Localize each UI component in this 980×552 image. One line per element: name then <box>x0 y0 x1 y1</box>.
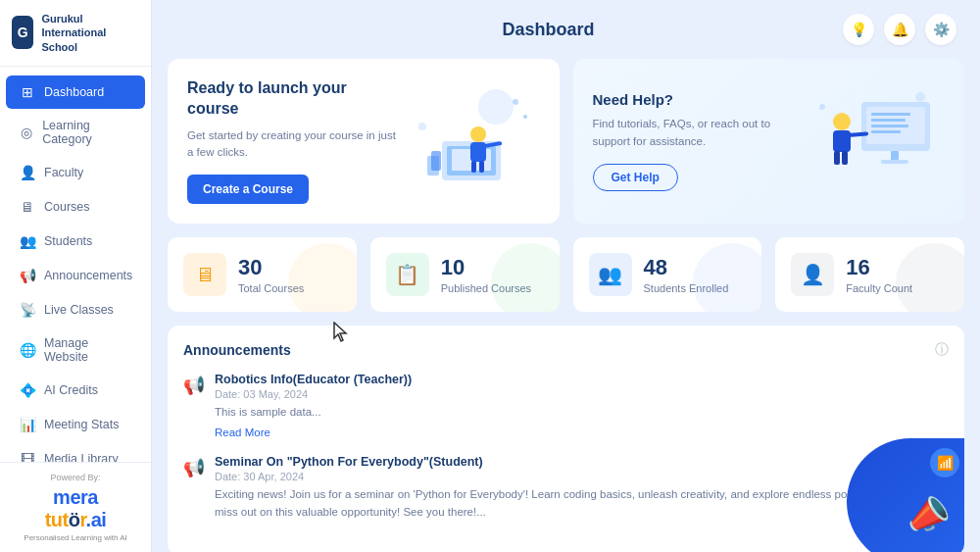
sidebar-label-meeting-stats: Meeting Stats <box>44 418 119 431</box>
create-course-button[interactable]: Create a Course <box>187 175 309 204</box>
announcement-icon-2: 📢 <box>183 457 205 525</box>
svg-rect-25 <box>834 151 840 165</box>
svg-point-12 <box>523 115 527 119</box>
ai-credits-icon: 💠 <box>20 382 35 398</box>
announcement-decoration: 📣 📶 <box>837 438 964 552</box>
svg-rect-21 <box>881 160 908 164</box>
svg-point-13 <box>418 123 426 130</box>
svg-rect-18 <box>871 125 908 127</box>
sidebar-label-learning-category: Learning Category <box>42 119 131 146</box>
students-icon: 👥 <box>20 233 35 249</box>
announcement-text-1: This is sample data... <box>215 404 949 421</box>
sidebar-label-ai-credits: AI Credits <box>44 383 98 397</box>
get-help-button[interactable]: Get Help <box>593 164 678 191</box>
sidebar-logo: G Gurukul International School <box>0 0 151 67</box>
sidebar-item-media-library[interactable]: 🎞 Media Library <box>6 442 145 462</box>
sidebar: G Gurukul International School ⊞ Dashboa… <box>0 0 152 552</box>
bell-icon-button[interactable]: 🔔 <box>884 14 915 45</box>
launch-card-left: Ready to launch your course Get started … <box>187 78 403 204</box>
announcement-icon-1: 📢 <box>183 375 205 439</box>
faculty-count-icon: 👤 <box>791 253 834 296</box>
sidebar-item-meeting-stats[interactable]: 📊 Meeting Stats <box>6 408 145 441</box>
sidebar-label-media-library: Media Library <box>44 452 119 462</box>
total-courses-icon: 🖥 <box>183 253 226 296</box>
svg-rect-16 <box>871 113 910 116</box>
banner-row: Ready to launch your course Get started … <box>168 59 964 224</box>
faculty-icon: 👤 <box>20 165 35 180</box>
meeting-stats-icon: 📊 <box>20 417 35 432</box>
learning-category-icon: ◎ <box>20 125 33 140</box>
sidebar-item-manage-website[interactable]: 🌐 Manage Website <box>6 327 145 373</box>
sidebar-item-dashboard[interactable]: ⊞ Dashboard <box>6 75 145 109</box>
brand-logo: meratutör.ai <box>12 486 139 531</box>
svg-rect-20 <box>891 151 899 161</box>
sidebar-item-ai-credits[interactable]: 💠 AI Credits <box>6 374 145 407</box>
bulb-icon-button[interactable]: 💡 <box>843 14 874 45</box>
sidebar-nav: ⊞ Dashboard ◎ Learning Category 👤 Facult… <box>0 67 151 462</box>
sidebar-footer: Powered By: meratutör.ai Personalised Le… <box>0 462 151 552</box>
stats-row: 🖥 30 Total Courses 📋 10 Published Course… <box>168 237 964 312</box>
help-card: Need Help? Find tutorials, FAQs, or reac… <box>573 59 965 224</box>
stat-total-courses: 🖥 30 Total Courses <box>168 237 357 312</box>
sidebar-item-live-classes[interactable]: 📡 Live Classes <box>6 293 145 326</box>
students-enrolled-icon: 👥 <box>589 253 632 296</box>
svg-rect-10 <box>431 151 441 171</box>
help-heading: Need Help? <box>593 91 808 108</box>
svg-rect-23 <box>833 130 851 152</box>
svg-point-22 <box>833 113 851 130</box>
announcement-item-1: 📢 Robotics Info(Educator (Teacher)) Date… <box>183 373 949 439</box>
sidebar-item-announcements[interactable]: 📢 Announcements <box>6 259 145 292</box>
help-description: Find tutorials, FAQs, or reach out to su… <box>593 116 808 150</box>
main-content: Dashboard 💡 🔔 ⚙️ Ready to launch your co… <box>152 0 980 552</box>
stat-faculty-count: 👤 16 Faculty Count <box>775 237 964 312</box>
announcements-header: Announcements ⓘ <box>183 341 949 359</box>
sidebar-item-courses[interactable]: 🖥 Courses <box>6 190 145 224</box>
manage-website-icon: 🌐 <box>20 342 35 358</box>
launch-description: Get started by creating your course in j… <box>187 127 403 162</box>
svg-point-11 <box>513 99 518 105</box>
brand-tagline: Personalised Learning with AI <box>12 533 139 542</box>
header-icons: 💡 🔔 ⚙️ <box>843 14 956 45</box>
sidebar-label-faculty: Faculty <box>44 166 83 179</box>
sidebar-label-live-classes: Live Classes <box>44 303 114 317</box>
sidebar-item-students[interactable]: 👥 Students <box>6 225 145 258</box>
stat-published-courses: 📋 10 Published Courses <box>370 237 560 312</box>
svg-point-28 <box>819 104 825 110</box>
announcements-title: Announcements <box>183 342 291 358</box>
svg-point-4 <box>470 126 486 142</box>
svg-rect-6 <box>471 161 476 173</box>
announcement-name-1: Robotics Info(Educator (Teacher)) <box>215 373 949 386</box>
dashboard-icon: ⊞ <box>20 84 35 100</box>
published-courses-icon: 📋 <box>386 253 429 296</box>
page-title: Dashboard <box>254 20 843 40</box>
sidebar-label-students: Students <box>44 234 92 248</box>
svg-rect-26 <box>842 151 848 165</box>
announcements-card: Announcements ⓘ 📢 Robotics Info(Educator… <box>168 326 964 552</box>
announcement-date-1: Date: 03 May, 2024 <box>215 388 949 400</box>
help-card-left: Need Help? Find tutorials, FAQs, or reac… <box>593 91 808 191</box>
launch-course-card: Ready to launch your course Get started … <box>168 59 560 224</box>
sidebar-label-courses: Courses <box>44 200 90 214</box>
live-classes-icon: 📡 <box>20 302 35 318</box>
help-illustration <box>808 87 945 195</box>
launch-heading: Ready to launch your course <box>187 78 403 120</box>
svg-point-27 <box>915 92 925 102</box>
school-name: Gurukul International School <box>41 12 139 54</box>
gear-icon-button[interactable]: ⚙️ <box>925 14 956 45</box>
announcements-info-icon[interactable]: ⓘ <box>935 341 949 359</box>
sidebar-label-dashboard: Dashboard <box>44 85 104 99</box>
media-library-icon: 🎞 <box>20 451 35 462</box>
svg-rect-5 <box>470 142 486 162</box>
svg-point-0 <box>478 89 514 125</box>
announcements-icon: 📢 <box>20 268 35 283</box>
stat-students-enrolled: 👥 48 Students Enrolled <box>573 237 762 312</box>
sidebar-item-learning-category[interactable]: ◎ Learning Category <box>6 110 145 155</box>
sidebar-item-faculty[interactable]: 👤 Faculty <box>6 156 145 189</box>
school-logo-icon: G <box>12 16 33 49</box>
dashboard-content: Ready to launch your course Get started … <box>152 59 980 552</box>
powered-by-label: Powered By: <box>12 473 139 482</box>
announcement-body-1: Robotics Info(Educator (Teacher)) Date: … <box>215 373 949 439</box>
announcement-link-1[interactable]: Read More <box>215 427 270 438</box>
brand-highlight: tutör <box>45 509 86 530</box>
svg-rect-7 <box>479 161 484 173</box>
